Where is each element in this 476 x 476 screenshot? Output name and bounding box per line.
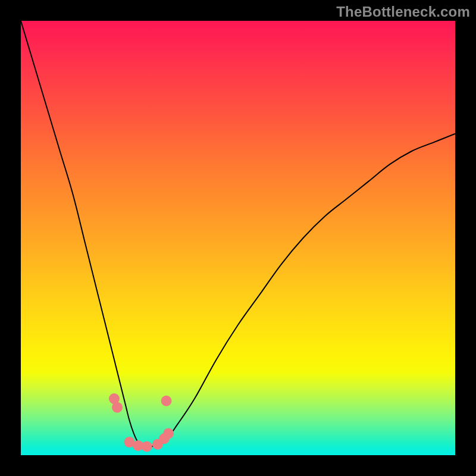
chart-frame: TheBottleneck.com: [0, 0, 476, 476]
watermark-text: TheBottleneck.com: [336, 4, 470, 20]
plot-area: [21, 21, 455, 455]
curve-markers: [109, 393, 174, 452]
bottleneck-curve: [21, 21, 455, 447]
curve-marker: [112, 402, 123, 413]
curve-marker: [142, 441, 152, 452]
curve-marker: [161, 396, 172, 406]
curve-marker: [163, 428, 174, 439]
curve-svg: [21, 21, 455, 455]
